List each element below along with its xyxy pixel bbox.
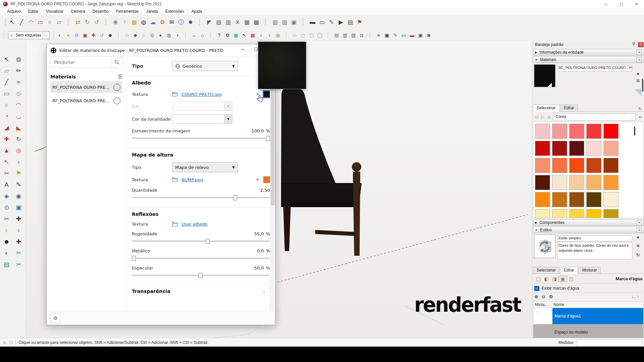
- toolbar-icon[interactable]: ⊙: [72, 31, 81, 40]
- specular-slider[interactable]: [132, 273, 269, 278]
- tool-icon[interactable]: ▭: [2, 88, 12, 99]
- menu-item[interactable]: Extensões: [162, 9, 188, 14]
- color-swatch[interactable]: [552, 175, 567, 190]
- toolbar-icon[interactable]: ☻: [106, 31, 114, 40]
- watermark-row-selected[interactable]: — Marca d'água1: [533, 308, 643, 324]
- tool-icon[interactable]: ♁: [14, 157, 24, 167]
- metallic-slider[interactable]: [132, 256, 269, 261]
- tool-icon[interactable]: ○: [2, 100, 12, 110]
- collection-dropdown[interactable]: Cores ⌄: [553, 113, 636, 120]
- toolbar-icon[interactable]: ▥: [223, 17, 233, 27]
- toolbar-icon[interactable]: ↖: [240, 31, 249, 40]
- color-swatch[interactable]: [535, 158, 550, 173]
- toolbar-icon[interactable]: ✉: [167, 17, 176, 27]
- tool-icon[interactable]: ▲: [2, 145, 12, 156]
- tool-icon[interactable]: ◇: [14, 88, 24, 99]
- checkbox-checked-icon[interactable]: ✓: [534, 286, 539, 291]
- tool-icon[interactable]: ✎: [14, 180, 24, 190]
- close-section-icon[interactable]: ✕: [637, 228, 642, 233]
- background-settings-icon[interactable]: ◨: [550, 276, 558, 282]
- tab-misturar[interactable]: Misturar: [579, 267, 600, 274]
- toolbar-icon[interactable]: ○: [140, 31, 148, 40]
- menu-item[interactable]: Câmera: [67, 9, 89, 14]
- toolbar-icon[interactable]: ⌂: [198, 31, 207, 40]
- color-swatch[interactable]: [552, 124, 567, 139]
- style-name-field[interactable]: Estilo simples: [557, 235, 632, 241]
- color-swatch[interactable]: [603, 192, 619, 207]
- toolbar-icon[interactable]: │: [207, 31, 215, 40]
- secondary-pane-icon[interactable]: ▼: [635, 235, 641, 240]
- back-arrow-icon[interactable]: ◁: [535, 114, 538, 119]
- remove-watermark-icon[interactable]: ⊖: [542, 294, 546, 299]
- eyedropper-icon[interactable]: ✎: [638, 106, 644, 111]
- color-swatch[interactable]: [552, 141, 567, 156]
- color-swatch[interactable]: [586, 175, 601, 190]
- style-description-field[interactable]: Cores de face padrão. Cores do céu azul …: [557, 242, 632, 259]
- list-menu-icon[interactable]: ☰: [118, 74, 122, 80]
- toolbar-icon[interactable]: ▣: [289, 17, 299, 27]
- toolbar-icon[interactable]: ◆: [131, 31, 140, 40]
- material-name-field[interactable]: RF_POLTRONA OURO PRETO COURO - PRE: [557, 65, 632, 71]
- color-swatch[interactable]: [535, 192, 550, 207]
- tag-filter-dropdown[interactable]: ✓ Sem etiquetas ⌄: [8, 31, 50, 39]
- color-swatch[interactable]: [586, 158, 601, 173]
- tool-icon[interactable]: A: [2, 180, 12, 190]
- height-texture-link[interactable]: BUMP.png: [181, 177, 203, 182]
- toolbar-icon[interactable]: ✕: [233, 17, 242, 27]
- folder-icon[interactable]: [172, 177, 178, 182]
- toolbar-icon[interactable]: ♁: [265, 31, 274, 40]
- tool-icon[interactable]: ◠: [14, 100, 24, 110]
- albedo-texture-swatch[interactable]: [263, 91, 270, 98]
- toolbar-icon[interactable]: ▶: [336, 17, 345, 27]
- image-fade-slider[interactable]: [132, 136, 269, 141]
- minimize-button[interactable]: ─: [599, 0, 614, 8]
- slider-thumb[interactable]: [266, 136, 270, 141]
- pin-icon[interactable]: [631, 42, 636, 47]
- color-swatch[interactable]: [569, 192, 584, 207]
- toolbar-icon[interactable]: ◠: [26, 17, 36, 27]
- style-preview-thumbnail[interactable]: [534, 235, 555, 258]
- tool-icon[interactable]: ◔: [2, 111, 12, 121]
- scroll-more-chevron-icon[interactable]: ⌄: [262, 289, 266, 294]
- update-style-icon[interactable]: ↻: [635, 252, 641, 257]
- toolbar-icon[interactable]: ◑: [173, 31, 181, 40]
- toolbar-icon[interactable]: ↻: [83, 17, 92, 27]
- tool-icon[interactable]: ╱: [2, 77, 12, 87]
- tool-icon[interactable]: ◍: [14, 54, 24, 64]
- tool-icon[interactable]: ✏: [14, 66, 24, 76]
- material-list-item[interactable]: RF_POLTRONA OURO PRE...: [50, 95, 122, 107]
- toolbar-icon[interactable]: ▦: [242, 17, 252, 27]
- clear-texture-icon[interactable]: ✕: [256, 177, 259, 182]
- toolbar-icon[interactable]: ◐: [56, 31, 64, 40]
- secondary-pane-icon[interactable]: ▼: [635, 72, 641, 76]
- tool-icon[interactable]: ✂: [2, 168, 12, 178]
- toolbar-icon[interactable]: ☁: [148, 17, 158, 27]
- toolbar-icon[interactable]: ◎: [148, 31, 156, 40]
- toolbar-icon[interactable]: ▣: [416, 31, 425, 40]
- toolbar-icon[interactable]: ▭: [290, 31, 299, 40]
- tool-icon[interactable]: ↻: [14, 134, 24, 144]
- toolbar-icon[interactable]: ▬: [308, 17, 317, 27]
- toolbar-icon[interactable]: ◤: [205, 17, 214, 27]
- color-swatch[interactable]: [569, 158, 584, 173]
- color-swatch[interactable]: [603, 175, 619, 190]
- toolbar-icon[interactable]: ▣: [383, 31, 391, 40]
- tray-close-icon[interactable]: ✕: [638, 42, 644, 47]
- toolbar-icon[interactable]: ╱: [17, 17, 26, 27]
- toolbar-icon[interactable]: ▭: [399, 31, 408, 40]
- albedo-texture-link[interactable]: COURO PRETO.jpg: [181, 92, 221, 97]
- toolbar-icon[interactable]: │: [101, 17, 111, 27]
- color-swatch[interactable]: [552, 209, 567, 218]
- color-swatch[interactable]: [586, 209, 601, 218]
- face-settings-icon[interactable]: ◧: [542, 276, 550, 282]
- components-section-bar[interactable]: ▶ Componentes ✕: [533, 219, 644, 226]
- toolbar-icon[interactable]: ◘: [358, 31, 366, 40]
- watermark-settings-icon[interactable]: ▣: [558, 276, 567, 282]
- create-style-icon[interactable]: ⊕: [635, 243, 641, 248]
- geolocation-icon[interactable]: ◎: [3, 340, 6, 345]
- toolbar-icon[interactable]: ▧: [270, 17, 280, 27]
- material-type-dropdown[interactable]: Genérico ▼: [172, 61, 238, 71]
- color-swatch[interactable]: [603, 124, 619, 139]
- material-preview-thumbnail[interactable]: [534, 64, 555, 87]
- toolbar-icon[interactable]: ≡: [374, 31, 383, 40]
